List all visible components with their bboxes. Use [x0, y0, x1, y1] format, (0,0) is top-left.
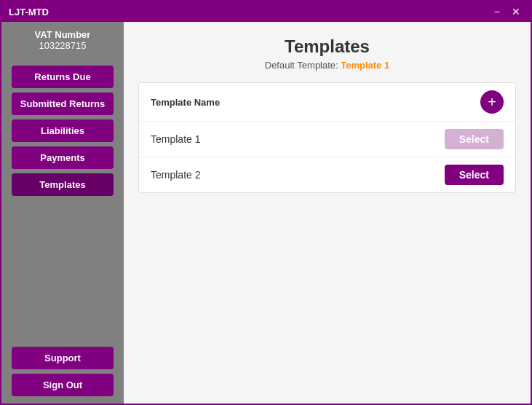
window-controls: − ✕: [491, 7, 523, 17]
page-title: Templates: [138, 36, 516, 57]
sidebar-item-submitted-returns[interactable]: Submitted Returns: [12, 93, 114, 115]
support-button[interactable]: Support: [12, 347, 114, 369]
sidebar-bottom: Support Sign Out: [7, 339, 118, 396]
sign-out-button[interactable]: Sign Out: [12, 374, 114, 396]
close-button[interactable]: ✕: [509, 7, 523, 17]
sidebar-nav: Returns Due Submitted Returns Liabilitie…: [7, 66, 118, 196]
vat-label: VAT Number: [35, 29, 91, 40]
sidebar-item-liabilities[interactable]: Liabilities: [12, 119, 114, 142]
vat-number: 103228715: [35, 40, 91, 51]
default-template-line: Default Template: Template 1: [138, 60, 516, 71]
sidebar-item-returns-due[interactable]: Returns Due: [12, 66, 114, 88]
template-1-select-button[interactable]: Select: [445, 129, 504, 149]
default-template-value: Template 1: [341, 60, 389, 71]
table-header: Template Name +: [139, 83, 515, 122]
title-bar: LJT-MTD − ✕: [1, 1, 531, 22]
template-table: Template Name + Template 1 Select Templa…: [138, 82, 516, 193]
add-template-button[interactable]: +: [480, 90, 504, 114]
template-name-header: Template Name: [151, 97, 220, 108]
sidebar-item-payments[interactable]: Payments: [12, 146, 114, 169]
table-row: Template 2 Select: [139, 157, 515, 192]
app-window: LJT-MTD − ✕ VAT Number 103228715 Returns…: [0, 0, 532, 405]
template-2-name: Template 2: [151, 169, 200, 181]
app-title: LJT-MTD: [9, 7, 49, 17]
window-body: VAT Number 103228715 Returns Due Submitt…: [1, 22, 531, 404]
main-content: Templates Default Template: Template 1 T…: [124, 22, 531, 404]
table-row: Template 1 Select: [139, 122, 515, 157]
template-2-select-button[interactable]: Select: [445, 165, 504, 185]
sidebar: VAT Number 103228715 Returns Due Submitt…: [1, 22, 124, 404]
vat-section: VAT Number 103228715: [35, 29, 91, 51]
minimize-button[interactable]: −: [491, 7, 503, 17]
sidebar-item-templates[interactable]: Templates: [12, 173, 114, 196]
default-template-prefix: Default Template:: [265, 60, 341, 71]
template-1-name: Template 1: [151, 133, 200, 145]
